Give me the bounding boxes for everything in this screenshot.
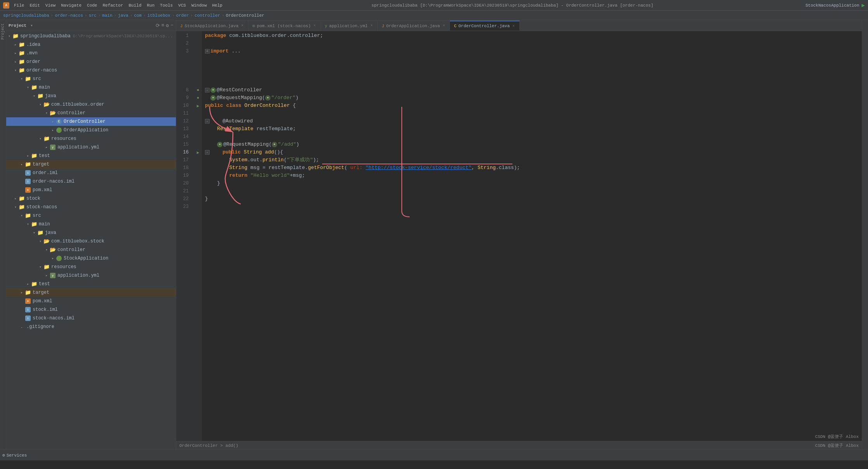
class-collapse-8[interactable]: - (205, 88, 210, 92)
menu-tools[interactable]: Tools (160, 3, 173, 8)
breadcrumb-java[interactable]: java (118, 13, 128, 18)
breadcrumb-order[interactable]: order (176, 13, 189, 18)
project-sync-btn[interactable]: ⟳ (156, 23, 160, 29)
tab-close-pom[interactable]: × (312, 23, 316, 28)
tab-close-OrderApplication[interactable]: × (442, 23, 446, 28)
gutter-bookmark-8[interactable]: ● (194, 86, 202, 94)
rest-controller-icon: ● (210, 87, 216, 93)
tab-StockApplication[interactable]: J StockApplication.java × (176, 21, 248, 31)
tree-item-order-nacos[interactable]: ▾📁order-nacos (6, 66, 176, 75)
tree-item-springcloudalibaba[interactable]: ▾📁springcloudalibabaD:\ProgramWorkSpace\… (6, 32, 176, 40)
code-editor[interactable]: 1 2 3 8 9 10 11 12 13 14 15 16 17 18 19 (176, 31, 862, 441)
tree-item-StockApplication[interactable]: ▸🌿StockApplication (6, 254, 176, 263)
menu-window[interactable]: Window (191, 3, 207, 8)
tab-OrderController[interactable]: C OrderController.java × (450, 21, 520, 31)
tree-item-controller-on[interactable]: ▾📂controller (6, 109, 176, 117)
code-line-6 (205, 71, 862, 78)
tree-icon-src-sn: 📁 (25, 213, 31, 219)
tab-OrderApplication[interactable]: J OrderApplication.java × (378, 21, 450, 31)
tree-item-order-iml[interactable]: iorder.iml (6, 169, 176, 177)
gutter-bookmark-9[interactable]: ● (194, 94, 202, 102)
tree-item-pom-on-xml[interactable]: mpom.xml (6, 186, 176, 194)
breadcrumb-order-nacos[interactable]: order-nacos (55, 13, 83, 18)
tree-item-OrderController[interactable]: ▸COrderController (6, 117, 176, 126)
services-button[interactable]: ⚙ Services (2, 453, 27, 458)
method-collapse-16[interactable]: - (205, 150, 210, 155)
tree-item-OrderApplication[interactable]: ▸🌿OrderApplication (6, 126, 176, 134)
project-close-btn[interactable]: − (170, 23, 174, 29)
project-collapse-btn[interactable]: ≡ (161, 23, 165, 29)
tree-item-stock[interactable]: ▸📁stock (6, 194, 176, 203)
tree-label-order-nacos-iml: order-nacos.iml (33, 179, 75, 184)
tab-pom-xml[interactable]: m pom.xml (stock-nacos) × (248, 21, 321, 31)
tree-label-target-on: target (33, 162, 49, 167)
tree-item-test-on[interactable]: ▸📁test (6, 152, 176, 160)
tree-item-controller-sn[interactable]: ▾📂controller (6, 246, 176, 254)
code-line-13: RestTemplate restTemplate; (205, 125, 862, 133)
editor-status-bar: OrderController > add() CSDN @蓝便子 Albox (176, 441, 862, 450)
tree-item-application-sn-yml[interactable]: ▸yapplication.yml (6, 271, 176, 280)
breadcrumb-com[interactable]: com (134, 13, 142, 18)
tree-item-idea[interactable]: ▸📁.idea (6, 40, 176, 49)
tree-item-main-on[interactable]: ▾📁main (6, 83, 176, 92)
tree-item-java-sn[interactable]: ▾📁java (6, 228, 176, 237)
editor-area: J StockApplication.java × m pom.xml (sto… (176, 20, 862, 450)
tree-item-stock-nacos[interactable]: ▾📁stock-nacos (6, 203, 176, 211)
tree-icon-test-sn: 📁 (31, 281, 37, 287)
tree-item-resources-sn[interactable]: ▾📁resources (6, 263, 176, 271)
tree-item-target-on[interactable]: ▸📁target (6, 160, 176, 169)
menu-run[interactable]: Run (147, 3, 155, 8)
tree-item-target-sn[interactable]: ▸📁target (6, 288, 176, 297)
menu-edit[interactable]: Edit (30, 3, 40, 8)
autowired-collapse[interactable]: - (205, 119, 210, 124)
menu-view[interactable]: View (45, 3, 56, 8)
run-button[interactable]: ▶ (862, 2, 865, 9)
tab-application-yml[interactable]: y application.yml × (321, 21, 378, 31)
gutter-run-16[interactable]: ▶ (194, 148, 202, 156)
tree-item-stock-iml[interactable]: istock.iml (6, 305, 176, 314)
breadcrumb-springcloudalibaba[interactable]: springcloudalibaba (3, 13, 49, 18)
project-tree: ▾📁springcloudalibabaD:\ProgramWorkSpace\… (6, 31, 176, 450)
tree-item-order[interactable]: ▸📁order (6, 58, 176, 66)
breadcrumb-main[interactable]: main (102, 13, 112, 18)
menu-help[interactable]: Help (212, 3, 222, 8)
tree-label-order-nacos: order-nacos (26, 68, 57, 73)
tab-close-OrderController[interactable]: × (512, 24, 516, 29)
tree-item-application-on-yml[interactable]: ▸yapplication.yml (6, 143, 176, 152)
tab-close-StockApplication[interactable]: × (240, 23, 244, 28)
menu-code[interactable]: Code (87, 3, 97, 8)
tree-item-pom-sn-xml[interactable]: mpom.xml (6, 297, 176, 305)
tab-icon-controller: C (454, 24, 457, 28)
tree-label-src-on: src (33, 76, 41, 82)
import-collapse-icon[interactable]: + (205, 49, 210, 54)
tree-item-com.itbluebox.stock[interactable]: ▾📂com.itbluebox.stock (6, 237, 176, 246)
tree-item-order-nacos-iml[interactable]: iorder-nacos.iml (6, 177, 176, 186)
project-dropdown-arrow[interactable]: ▾ (30, 23, 33, 28)
tree-item-src-on[interactable]: ▾📁src (6, 75, 176, 83)
tree-icon-resources-on: 📁 (43, 136, 50, 142)
tree-item-com.itbluebox.order[interactable]: ▾📂com.itbluebox.order (6, 100, 176, 109)
breadcrumb-controller[interactable]: controller (194, 13, 220, 18)
gutter-run-10[interactable]: ▶ (194, 102, 202, 110)
menu-navigate[interactable]: Navigate (61, 3, 82, 8)
tree-label-main-sn: main (39, 221, 50, 227)
tree-item-mvn[interactable]: ▸📁.mvn (6, 49, 176, 58)
tree-item-java-on[interactable]: ▾📁java (6, 92, 176, 100)
menu-build[interactable]: Build (128, 3, 141, 8)
tree-item-main-sn[interactable]: ▾📁main (6, 220, 176, 228)
tree-item-src-sn[interactable]: ▾📁src (6, 211, 176, 220)
tab-close-yml[interactable]: × (370, 23, 373, 28)
tree-item-resources-on[interactable]: ▾📁resources (6, 134, 176, 143)
menu-file[interactable]: File (14, 3, 24, 8)
breadcrumb-itbluebox[interactable]: itbluebox (148, 13, 170, 18)
code-content[interactable]: package com.itbluebox.order.controller; … (202, 31, 862, 441)
menu-vcs[interactable]: VCS (178, 3, 186, 8)
tree-item-stock-nacos-iml[interactable]: istock-nacos.iml (6, 314, 176, 323)
tree-item-gitignore[interactable]: ..gitignore (6, 323, 176, 331)
tree-item-test-sn[interactable]: ▸📁test (6, 280, 176, 288)
project-settings-btn[interactable]: ⚙ (166, 23, 169, 29)
menu-refactor[interactable]: Refactor (102, 3, 123, 8)
bottom-bar: ⚙ Services (0, 450, 868, 460)
project-tab-label[interactable]: Project (0, 22, 5, 41)
breadcrumb-src[interactable]: src (89, 13, 97, 18)
